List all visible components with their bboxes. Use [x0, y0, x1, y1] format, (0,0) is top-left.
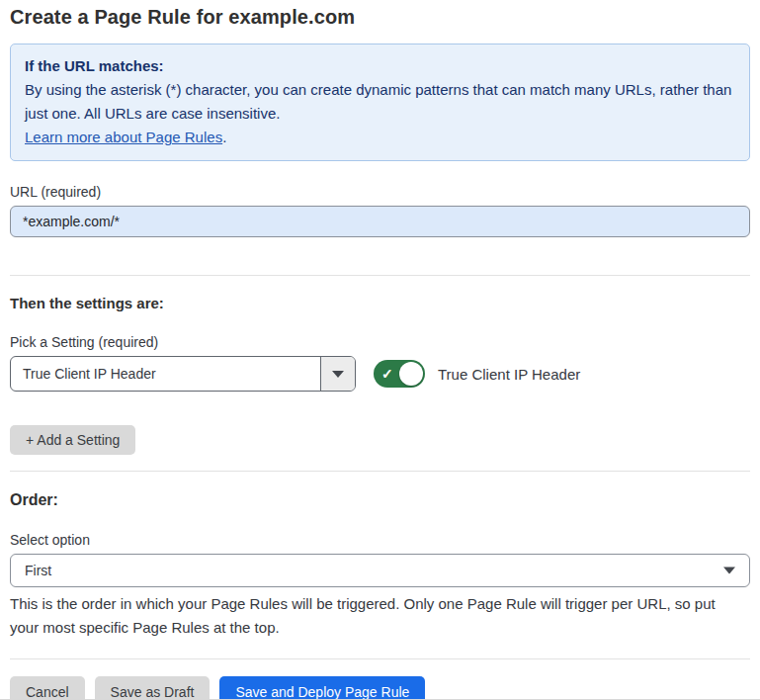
page-rule-form: Create a Page Rule for example.com If th… [0, 0, 760, 700]
section-divider [10, 275, 750, 276]
chevron-down-icon [332, 371, 344, 378]
learn-more-link[interactable]: Learn more about Page Rules [25, 129, 222, 145]
setting-row: True Client IP Header ✓ True Client IP H… [10, 356, 750, 392]
setting-select[interactable]: True Client IP Header [10, 356, 356, 392]
order-select-label: Select option [10, 532, 750, 548]
pick-setting-label: Pick a Setting (required) [10, 334, 750, 350]
order-section-heading: Order: [10, 491, 750, 509]
url-input[interactable] [10, 206, 750, 237]
save-draft-button[interactable]: Save as Draft [95, 676, 211, 700]
order-help-text: This is the order in which your Page Rul… [10, 592, 746, 640]
add-setting-button[interactable]: + Add a Setting [10, 425, 135, 455]
info-box-body-text: By using the asterisk (*) character, you… [25, 81, 731, 122]
save-deploy-button[interactable]: Save and Deploy Page Rule [219, 676, 425, 700]
check-icon: ✓ [381, 367, 393, 381]
url-match-info-box: If the URL matches: By using the asteris… [10, 44, 750, 161]
url-field-label: URL (required) [10, 184, 750, 200]
section-divider [10, 471, 750, 472]
chevron-down-icon [723, 568, 735, 574]
cancel-button[interactable]: Cancel [10, 676, 85, 700]
page-title: Create a Page Rule for example.com [10, 6, 750, 29]
footer-divider [10, 658, 750, 659]
toggle-label: True Client IP Header [438, 366, 580, 383]
toggle-knob [399, 362, 423, 386]
info-box-heading: If the URL matches: [25, 54, 735, 78]
info-box-body: By using the asterisk (*) character, you… [25, 78, 735, 149]
setting-select-arrow-button[interactable] [320, 357, 355, 391]
setting-select-value: True Client IP Header [11, 357, 320, 391]
true-client-ip-toggle[interactable]: ✓ [374, 360, 425, 388]
link-suffix: . [222, 129, 226, 145]
order-select-value: First [25, 563, 51, 578]
order-select[interactable]: First [10, 554, 750, 587]
settings-section-heading: Then the settings are: [10, 295, 750, 311]
footer-actions: Cancel Save as Draft Save and Deploy Pag… [10, 676, 750, 700]
